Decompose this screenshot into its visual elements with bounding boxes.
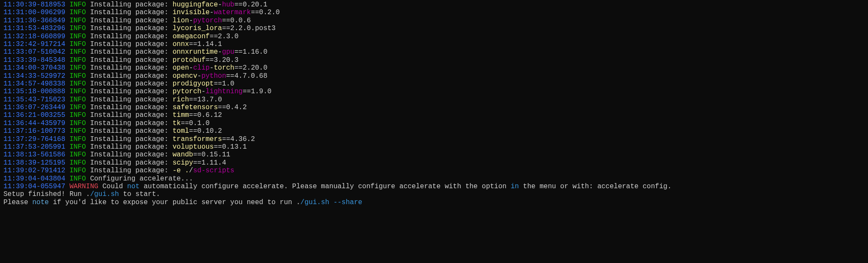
log-level: INFO: [70, 119, 86, 127]
log-line: 11:38:13-561586 INFO Installing package:…: [3, 151, 865, 159]
log-prefix: Configuring accelerate...: [86, 175, 193, 183]
log-level: INFO: [70, 72, 86, 80]
package-version: ==4.36.2: [222, 135, 255, 143]
log-prefix: Installing package:: [86, 72, 173, 80]
package-name: voluptuous: [173, 143, 214, 151]
log-level: INFO: [70, 64, 86, 72]
log-prefix: Installing package:: [86, 33, 173, 40]
package-version: ==4.7.0.68: [226, 72, 268, 80]
setup-text: to start.: [119, 190, 160, 198]
package-name: invisible: [173, 9, 210, 16]
log-level: WARNING: [70, 183, 98, 190]
log-prefix: Installing package:: [86, 88, 173, 95]
log-prefix: Installing package:: [86, 151, 173, 159]
log-prefix: Installing package:: [86, 96, 173, 104]
package-name: prodigyopt: [173, 80, 214, 88]
package-name: lycoris_lora: [173, 24, 222, 32]
timestamp: 11:31:53-483296: [3, 24, 70, 32]
log-line: 11:32:42-917214 INFO Installing package:…: [3, 40, 865, 48]
package-name: -: [218, 1, 222, 9]
warning-text: not: [127, 183, 140, 190]
warning-text: automatically configure accelerate. Plea…: [140, 183, 511, 190]
note-text: Please: [3, 199, 32, 206]
log-line: 11:32:18-660899 INFO Installing package:…: [3, 33, 865, 40]
timestamp: 11:37:53-205991: [3, 143, 70, 151]
package-version: ==0.15.11: [193, 151, 230, 159]
package-name: -: [201, 88, 206, 95]
log-level: INFO: [70, 24, 86, 32]
log-prefix: Installing package:: [86, 135, 173, 143]
package-name: tk: [173, 119, 181, 127]
package-version: ==3.20.3: [205, 56, 238, 64]
please-note-line: Please note if you'd like to expose your…: [3, 199, 865, 206]
timestamp: 11:34:00-370438: [3, 64, 70, 72]
log-line: 11:39:04-043804 INFO Configuring acceler…: [3, 175, 865, 183]
package-version: ==0.0.6: [222, 17, 251, 24]
log-line: 11:39:02-791412 INFO Installing package:…: [3, 167, 865, 174]
log-line: 11:34:57-498338 INFO Installing package:…: [3, 80, 865, 88]
package-name: -: [210, 9, 214, 16]
log-prefix: Installing package:: [86, 56, 173, 64]
note-text: to expose your public server you need to…: [107, 199, 300, 206]
timestamp: 11:35:43-715023: [3, 96, 70, 104]
note-text: if you'd: [49, 199, 90, 206]
package-name: safetensors: [173, 104, 218, 111]
log-level: INFO: [70, 1, 86, 9]
timestamp: 11:39:04-055947: [3, 183, 70, 190]
timestamp: 11:31:00-096299: [3, 9, 70, 16]
package-name: torch: [214, 64, 235, 72]
package-name: -: [197, 72, 201, 80]
package-version: ==0.13.1: [214, 143, 247, 151]
package-name: protobuf: [173, 56, 206, 64]
log-prefix: Installing package:: [86, 80, 173, 88]
package-name: opencv: [173, 72, 198, 80]
log-level: INFO: [70, 159, 86, 167]
log-prefix: Installing package:: [86, 17, 173, 24]
timestamp: 11:36:21-003255: [3, 111, 70, 119]
package-version: ==13.7.0: [189, 96, 222, 104]
log-prefix: Installing package:: [86, 64, 173, 72]
log-level: INFO: [70, 167, 86, 174]
log-prefix: Installing package:: [86, 167, 173, 174]
timestamp: 11:38:13-561586: [3, 151, 70, 159]
setup-text: Setup finished! Run .: [3, 190, 90, 198]
log-level: INFO: [70, 175, 86, 183]
package-name: pytorch: [173, 88, 201, 95]
log-level: INFO: [70, 48, 86, 56]
package-name: huggingface: [173, 1, 218, 9]
timestamp: 11:36:44-435979: [3, 119, 70, 127]
log-level: INFO: [70, 88, 86, 95]
package-name: pytorch: [193, 17, 222, 24]
package-name: -e .: [173, 167, 189, 174]
log-prefix: Installing package:: [86, 9, 173, 16]
log-line: 11:31:00-096299 INFO Installing package:…: [3, 9, 865, 16]
timestamp: 11:34:33-529972: [3, 72, 70, 80]
timestamp: 11:33:39-845348: [3, 56, 70, 64]
log-line: 11:30:39-818953 INFO Installing package:…: [3, 1, 865, 9]
package-version: ==0.4.2: [218, 104, 247, 111]
package-name: wandb: [173, 151, 193, 159]
note-text: [329, 199, 334, 206]
log-prefix: Installing package:: [86, 127, 173, 135]
log-prefix: Installing package:: [86, 40, 173, 48]
log-line: 11:37:53-205991 INFO Installing package:…: [3, 143, 865, 151]
log-prefix: Installing package:: [86, 48, 173, 56]
log-prefix: Installing package:: [86, 111, 173, 119]
timestamp: 11:32:18-660899: [3, 33, 70, 40]
timestamp: 11:35:18-000888: [3, 88, 70, 95]
log-level: INFO: [70, 143, 86, 151]
log-level: INFO: [70, 151, 86, 159]
package-name: transformers: [173, 135, 222, 143]
log-line: 11:35:43-715023 INFO Installing package:…: [3, 96, 865, 104]
log-line: 11:36:44-435979 INFO Installing package:…: [3, 119, 865, 127]
log-level: INFO: [70, 111, 86, 119]
timestamp: 11:39:04-043804: [3, 175, 70, 183]
package-version: ==1.16.0: [235, 48, 268, 56]
timestamp: 11:31:36-366849: [3, 17, 70, 24]
package-name: -: [189, 64, 193, 72]
log-prefix: Installing package:: [86, 1, 173, 9]
log-prefix: Installing package:: [86, 143, 173, 151]
log-level: INFO: [70, 127, 86, 135]
package-name: scipy: [173, 159, 193, 167]
package-name: onnx: [173, 40, 189, 48]
